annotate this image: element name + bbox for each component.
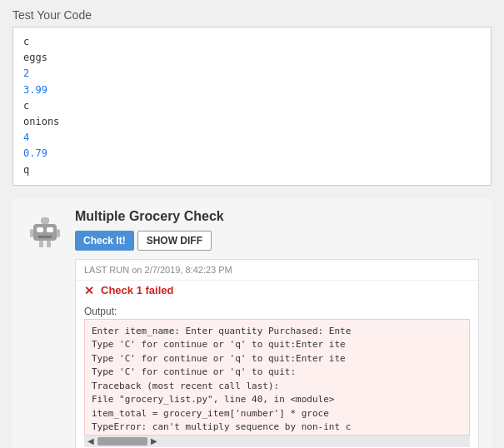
fail-icon: ✕ [84, 284, 94, 297]
svg-rect-6 [39, 241, 43, 247]
output-content: Enter item_name: Enter quantity Purchase… [84, 319, 470, 436]
code-line: 3.99 [23, 82, 481, 98]
button-group: Check It! SHOW DIFF [75, 231, 479, 251]
scroll-left-arrow[interactable]: ◀ [86, 436, 96, 446]
output-line: File "grocery_list.py", line 40, in <mod… [92, 393, 462, 407]
robot-icon [25, 212, 65, 252]
checker-content: Multiple Grocery Check Check It! SHOW DI… [75, 209, 479, 448]
output-line: item_total = grocery_item['number'] * gr… [92, 407, 462, 421]
code-line: c [23, 34, 481, 50]
run-info: LAST RUN on 2/7/2019, 8:42:23 PM [84, 265, 232, 275]
check-button[interactable]: Check It! [75, 231, 134, 251]
fail-row: ✕ Check 1 failed [76, 281, 478, 302]
code-line: 0.79 [23, 146, 481, 162]
output-line: Type 'C' for continue or 'q' to quit: [92, 366, 462, 380]
svg-rect-7 [47, 241, 51, 247]
svg-rect-1 [37, 227, 43, 232]
output-line: Traceback (most recent call last): [92, 380, 462, 394]
svg-rect-4 [30, 229, 33, 237]
page-wrapper: Test Your Code ceggs23.99conions40.79q M… [0, 0, 504, 448]
scroll-thumb-h[interactable] [97, 437, 147, 446]
code-output-box: ceggs23.99conions40.79q [12, 27, 492, 186]
fail-label: Check 1 failed [101, 284, 173, 296]
checker-section: Multiple Grocery Check Check It! SHOW DI… [12, 199, 492, 448]
section-title: Test Your Code [12, 8, 492, 22]
output-line: TypeError: can't multiply sequence by no… [92, 421, 462, 435]
code-line: eggs [23, 50, 481, 66]
code-line: c [23, 98, 481, 114]
output-line: Type 'C' for continue or 'q' to quit:Ent… [92, 338, 462, 352]
result-header: LAST RUN on 2/7/2019, 8:42:23 PM [76, 260, 478, 281]
output-line: Enter item_name: Enter quantity Purchase… [92, 325, 462, 339]
output-section: Output: Enter item_name: Enter quantity … [76, 302, 478, 448]
result-card: LAST RUN on 2/7/2019, 8:42:23 PM ✕ Check… [75, 259, 479, 448]
svg-rect-5 [57, 229, 60, 237]
scroll-right-arrow[interactable]: ▶ [149, 436, 159, 446]
show-diff-button[interactable]: SHOW DIFF [137, 231, 212, 251]
code-line: onions [23, 114, 481, 130]
output-label: Output: [84, 306, 470, 317]
code-line: 2 [23, 66, 481, 82]
code-line: 4 [23, 130, 481, 146]
horizontal-scrollbar[interactable]: ◀ ▶ [84, 436, 470, 447]
svg-rect-3 [38, 236, 52, 238]
checker-title: Multiple Grocery Check [75, 209, 479, 224]
output-line: Type 'C' for continue or 'q' to quit:Ent… [92, 352, 462, 366]
code-line: q [23, 162, 481, 178]
svg-rect-2 [47, 227, 53, 232]
